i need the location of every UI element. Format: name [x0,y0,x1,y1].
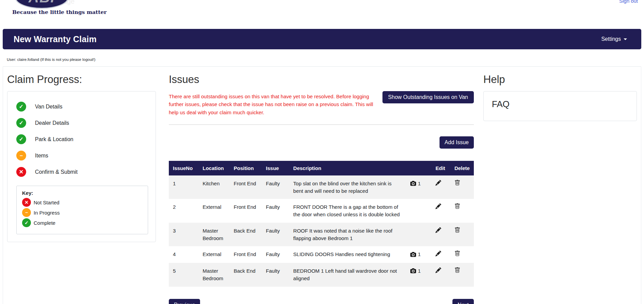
key-item-label: Not Started [34,200,59,205]
issue-description-cell: Top slat on the blind over the kitchen s… [289,175,406,199]
camera-icon [410,252,416,257]
issue-issue-no-cell: 5 [169,263,199,287]
issue-issue-type-cell: Faulty [262,263,289,287]
issue-description-cell: SLIDING DOORS Handles need tightening [289,246,406,263]
delete-icon[interactable] [454,203,460,209]
edit-icon[interactable] [435,267,441,273]
edit-cell [431,263,450,287]
photo-count-cell [406,199,431,223]
status-key-box: Key: ✕Not Started−In Progress✓Complete [16,186,148,234]
key-item-label: Complete [34,220,55,226]
photo-count: 1 [418,251,421,258]
delete-icon[interactable] [454,267,460,273]
photo-count-cell [406,223,431,247]
issue-issue-type-cell: Faulty [262,175,289,199]
page-title: New Warranty Claim [14,34,96,44]
page: age ABI Because the little things matter… [0,0,644,304]
settings-label: Settings [601,36,621,42]
issue-row: 3Master BedroomBack EndFaultyROOF It was… [169,223,474,247]
issue-position-cell: Front End [230,175,262,199]
progress-step: ✓Dealer Details [16,118,156,128]
sign-out-link[interactable]: Sign out [619,0,638,4]
dash-circle-icon: − [16,151,26,161]
delete-icon[interactable] [454,227,460,233]
check-circle-icon: ✓ [16,102,26,112]
issue-description-cell: BEDROOM 1 Left hand tall wardrove door n… [289,263,406,287]
add-issue-row: Add Issue [169,136,474,149]
faq-link[interactable]: FAQ [492,99,509,109]
help-card: FAQ [483,91,637,121]
settings-dropdown[interactable]: Settings [601,36,627,42]
column-header: Delete [450,161,474,175]
key-item: ✓Complete [22,218,142,227]
issue-position-cell: Back End [230,263,262,287]
issue-issue-no-cell: 4 [169,246,199,263]
previous-button[interactable]: Previous [169,299,200,304]
progress-step: ✓Park & Location [16,134,156,144]
issues-table: IssueNoLocationPositionIssueDescriptionE… [169,161,474,287]
progress-step-label: Park & Location [35,136,73,142]
next-button[interactable]: Next [452,299,474,304]
progress-step: ✓Van Details [16,102,156,112]
key-item-label: In Progress [34,210,60,216]
column-header: Edit [431,161,450,175]
help-panel: Help FAQ [483,72,637,304]
x-circle-icon: ✕ [16,167,26,177]
check-circle-icon: ✓ [22,218,31,227]
chevron-down-icon [624,38,627,40]
claim-progress-card: ✓Van Details✓Dealer Details✓Park & Locat… [7,91,156,242]
edit-icon[interactable] [435,180,441,186]
delete-icon[interactable] [454,251,460,256]
progress-step-label: Items [35,153,48,159]
delete-icon[interactable] [454,180,460,186]
camera-icon [410,181,416,186]
column-header: Location [199,161,230,175]
brand-tagline: Because the little things matter [12,9,107,15]
edit-icon[interactable] [435,203,441,209]
delete-cell [450,175,474,199]
progress-step-label: Dealer Details [35,120,69,126]
issue-position-cell: Back End [230,223,262,247]
issue-row: 1KitchenFront EndFaultyTop slat on the b… [169,175,474,199]
claim-progress-panel: Claim Progress: ✓Van Details✓Dealer Deta… [7,72,159,304]
photo-count-cell: 1 [406,175,431,199]
issue-location-cell: Master Bedroom [199,263,230,287]
key-item: ✕Not Started [22,198,142,207]
issue-location-cell: External [199,246,230,263]
edit-cell [431,246,450,263]
column-header: Position [230,161,262,175]
photo-count-cell: 1 [406,246,431,263]
issues-heading: Issues [169,73,474,86]
issue-row: 2ExternalFront EndFaultyFRONT DOOR There… [169,199,474,223]
delete-cell [450,246,474,263]
column-header: Description [289,161,406,175]
main-container: Claim Progress: ✓Van Details✓Dealer Deta… [3,66,641,304]
claim-progress-heading: Claim Progress: [7,73,159,86]
issue-position-cell: Front End [230,246,262,263]
brand-bar: age ABI Because the little things matter… [0,0,644,29]
progress-step-label: Van Details [35,104,62,110]
issue-location-cell: External [199,199,230,223]
check-circle-icon: ✓ [16,134,26,144]
photo-count-cell: 1 [406,263,431,287]
outstanding-warning-text: There are still outstanding issues on th… [169,92,377,116]
issue-row: 5Master BedroomBack EndFaultyBEDROOM 1 L… [169,263,474,287]
delete-cell [450,223,474,247]
column-header: IssueNo [169,161,199,175]
help-heading: Help [483,73,637,86]
edit-icon[interactable] [435,227,441,233]
issue-issue-no-cell: 1 [169,175,199,199]
issues-panel: Issues There are still outstanding issue… [169,72,474,304]
issue-issue-type-cell: Faulty [262,246,289,263]
edit-cell [431,223,450,247]
add-issue-button[interactable]: Add Issue [440,136,474,149]
edit-icon[interactable] [435,251,441,256]
show-outstanding-issues-button[interactable]: Show Outstanding Issues on Van [382,91,474,103]
abi-logo: ABI [15,0,69,9]
delete-cell [450,199,474,223]
progress-steps: ✓Van Details✓Dealer Details✓Park & Locat… [16,102,156,177]
wizard-nav-row: Previous Next [169,299,474,304]
camera-icon [410,268,416,274]
issue-row: 4ExternalFront EndFaultySLIDING DOORS Ha… [169,246,474,263]
user-status-line: User: claire.folland (If this is not you… [7,57,644,62]
